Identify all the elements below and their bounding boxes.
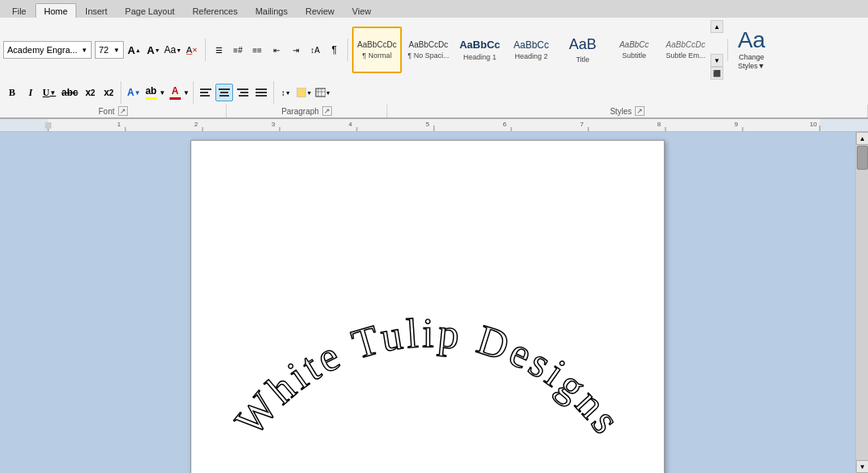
style-normal-label: ¶ Normal: [362, 51, 391, 60]
styles-list: AaBbCcDc ¶ Normal AaBbCcDc ¶ No Spaci...…: [352, 27, 710, 73]
style-heading1-label: Heading 1: [463, 53, 496, 61]
separator2: [347, 39, 348, 61]
style-no-spacing[interactable]: AaBbCcDc ¶ No Spaci...: [403, 27, 453, 73]
font-grow-button[interactable]: A▲: [125, 41, 143, 59]
font-color-dropdown[interactable]: ▼: [183, 89, 190, 97]
style-heading2[interactable]: AaBbCc Heading 2: [506, 27, 556, 73]
tab-view[interactable]: View: [343, 3, 380, 18]
font-shrink-button[interactable]: A▼: [145, 41, 162, 59]
styles-gallery: AaBbCcDc ¶ Normal AaBbCcDc ¶ No Spaci...…: [352, 20, 723, 80]
scroll-up-button[interactable]: ▲: [856, 132, 868, 145]
style-title-preview: AaB: [569, 36, 596, 54]
separator6: [273, 81, 274, 104]
multilevel-list-button[interactable]: ≡≡: [248, 41, 266, 59]
font-name-dropdown[interactable]: Academy Engra... ▼: [3, 41, 92, 59]
align-right-icon: [237, 88, 248, 97]
tab-home[interactable]: Home: [35, 3, 76, 18]
borders-button[interactable]: ▼: [314, 84, 332, 101]
tab-references[interactable]: References: [183, 3, 246, 18]
paragraph-group-dialog[interactable]: ↗: [322, 106, 332, 116]
gallery-scroll-down[interactable]: ▼: [710, 54, 723, 67]
font-size-arrow[interactable]: ▼: [113, 47, 120, 54]
font-group-dialog[interactable]: ↗: [118, 106, 128, 116]
tab-page-layout[interactable]: Page Layout: [117, 3, 184, 18]
subscript-button[interactable]: x2: [81, 84, 99, 101]
group-labels-row: Font ↗ Paragraph ↗ Styles ↗: [0, 105, 868, 119]
sort-button[interactable]: ↕A: [306, 41, 324, 59]
numbered-list-button[interactable]: ≡#: [229, 41, 247, 59]
decrease-indent-button[interactable]: ⇤: [268, 41, 285, 59]
scroll-thumb[interactable]: [857, 146, 868, 170]
increase-indent-button[interactable]: ⇥: [287, 41, 305, 59]
underline-button[interactable]: U▼: [40, 84, 59, 101]
font-size-value: 72: [99, 45, 113, 55]
style-normal[interactable]: AaBbCcDc ¶ Normal: [352, 27, 402, 73]
svg-text:White Tulip Designs: White Tulip Designs: [227, 310, 632, 444]
font-name-dropdown-arrow[interactable]: ▼: [81, 47, 88, 54]
gallery-scroll-up[interactable]: ▲: [710, 20, 723, 33]
style-subtitle[interactable]: AaBbCc Subtitle: [609, 27, 659, 73]
paragraph-group-label: Paragraph ↗: [227, 105, 387, 117]
strikethrough-button[interactable]: abc: [59, 84, 81, 101]
change-styles-button[interactable]: Aa ChangeStyles▼: [732, 27, 771, 73]
font-name-value: Academy Engra...: [7, 45, 80, 55]
style-heading2-preview: AaBbCc: [514, 39, 549, 51]
style-heading1[interactable]: AaBbCc Heading 1: [455, 27, 505, 73]
style-subtle-emphasis[interactable]: AaBbCcDc Subtle Em...: [661, 27, 710, 73]
vertical-scrollbar[interactable]: ▲ ▼: [855, 132, 868, 473]
font-color-bar: [170, 97, 181, 100]
document-background: White Tulip Designs: [0, 132, 855, 473]
italic-button[interactable]: I: [22, 84, 39, 101]
svg-rect-5: [219, 95, 229, 97]
style-title[interactable]: AaB Title: [558, 27, 608, 73]
separator5: [193, 81, 194, 104]
tab-mailings[interactable]: Mailings: [247, 3, 297, 18]
tab-file[interactable]: File: [3, 3, 35, 18]
gallery-expand-button[interactable]: ⬛: [710, 67, 723, 80]
align-right-button[interactable]: [234, 84, 252, 101]
superscript-button[interactable]: x2: [100, 84, 117, 101]
highlight-label: ab: [145, 85, 157, 97]
shading-button[interactable]: ▼: [296, 84, 313, 101]
svg-rect-8: [239, 95, 248, 97]
align-center-icon: [219, 88, 230, 97]
bullets-button[interactable]: ☰: [210, 41, 227, 59]
font-size-dropdown[interactable]: 72 ▼: [95, 41, 124, 59]
svg-rect-3: [219, 88, 230, 90]
curved-text-svg: White Tulip Designs: [191, 141, 665, 473]
document-page[interactable]: White Tulip Designs: [190, 140, 665, 473]
style-subtle-emphasis-preview: AaBbCcDc: [666, 40, 706, 50]
app-window: File Home Insert Page Layout References …: [0, 0, 868, 473]
style-subtle-emphasis-label: Subtle Em...: [665, 51, 705, 60]
scroll-track[interactable]: [856, 145, 868, 460]
clear-format-button[interactable]: A✕: [183, 41, 201, 59]
align-left-button[interactable]: [197, 84, 215, 101]
line-spacing-button[interactable]: ↕▼: [277, 84, 295, 101]
change-case-button[interactable]: Aa▼: [164, 41, 182, 59]
tab-review[interactable]: Review: [297, 3, 343, 18]
align-left-icon: [200, 88, 211, 97]
justify-button[interactable]: [252, 84, 270, 101]
ruler: // This won't execute in SVG inline, usi…: [0, 119, 868, 132]
svg-text:3: 3: [272, 121, 276, 128]
font-color-button[interactable]: A: [168, 85, 182, 100]
align-center-button[interactable]: [215, 84, 233, 101]
styles-group-label: Styles ↗: [387, 105, 868, 117]
svg-rect-17: [0, 119, 48, 132]
svg-rect-10: [256, 92, 267, 93]
highlight-button[interactable]: ab: [144, 85, 158, 100]
styles-group-dialog[interactable]: ↗: [635, 106, 645, 116]
separator4: [121, 81, 121, 104]
scroll-down-button[interactable]: ▼: [856, 460, 868, 473]
show-formatting-button[interactable]: ¶: [326, 41, 343, 59]
bold-button[interactable]: B: [3, 84, 21, 101]
ribbon-panel: Academy Engra... ▼ 72 ▼ A▲ A▼ Aa▼ A✕ ☰ ≡…: [0, 18, 868, 119]
justify-icon: [256, 88, 267, 97]
text-effects-button[interactable]: A▼: [125, 84, 143, 101]
style-heading2-label: Heading 2: [514, 52, 547, 60]
gallery-scroll: ▲ ▼ ⬛: [710, 20, 723, 80]
tab-insert[interactable]: Insert: [76, 3, 117, 18]
ruler-svg: // This won't execute in SVG inline, usi…: [0, 119, 868, 132]
borders-icon: [315, 88, 326, 97]
highlight-dropdown[interactable]: ▼: [159, 89, 166, 97]
